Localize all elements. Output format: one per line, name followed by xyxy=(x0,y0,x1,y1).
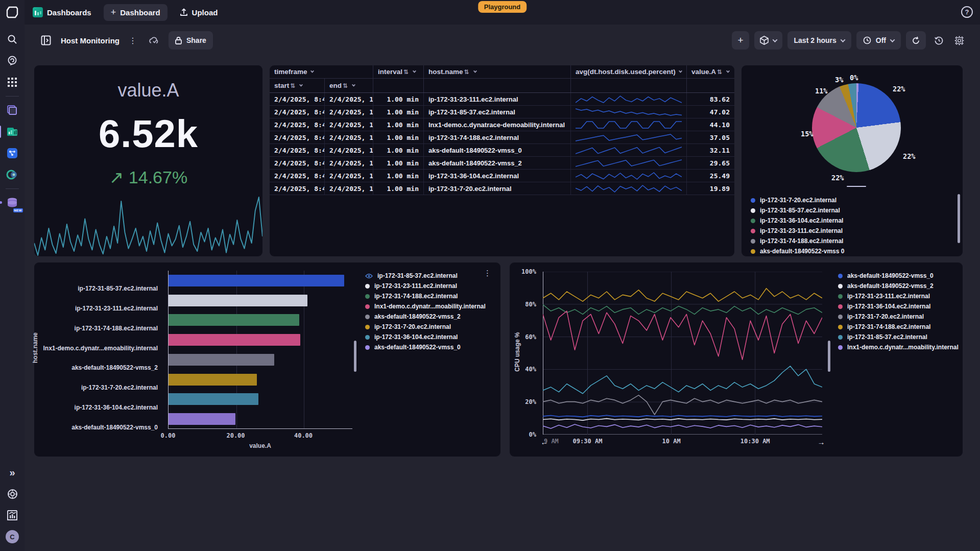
dashboard-layout-icon[interactable] xyxy=(38,33,54,48)
trend-up-icon: ↗ xyxy=(109,167,124,187)
bar-legend-item[interactable]: ip-172-31-23-111.ec2.internal xyxy=(365,281,486,291)
column-header-avg-disk[interactable]: avg(dt.host.disk.used.percent) xyxy=(571,65,687,78)
bar[interactable] xyxy=(169,393,353,405)
help-lifebuoy-icon[interactable] xyxy=(3,485,21,503)
chevron-down-icon xyxy=(352,83,355,87)
line-legend-item[interactable]: aks-default-18490522-vmss_0 xyxy=(838,271,959,281)
settings-gear-button[interactable] xyxy=(951,33,967,48)
legend-label: ip-172-31-85-37.ec2.internal xyxy=(760,207,840,214)
line-legend-item[interactable]: lnx1-demo.c.dynatr...moability.internal xyxy=(838,342,959,352)
host-pie-chart[interactable] xyxy=(812,83,901,172)
help-button[interactable]: ? xyxy=(961,6,973,18)
dashboards-app-entry[interactable]: Dashboards xyxy=(33,7,91,17)
cell-end: 2/4/2025, 1... xyxy=(325,106,373,118)
dynatrace-dashboard-window: NEW » C Dashboards + Dashboard Upload Pl… xyxy=(0,0,980,551)
bar[interactable] xyxy=(169,295,353,306)
apps-grid-icon[interactable] xyxy=(3,73,21,91)
line-legend-item[interactable]: ip-172-31-23-111.ec2.internal xyxy=(838,291,959,301)
chevron-down-icon xyxy=(299,83,303,87)
table-row[interactable]: 2/4/2025, 8:4...2/4/2025, 1...1.00 minip… xyxy=(270,170,734,182)
sidebar-item-infrastructure[interactable] xyxy=(3,101,21,119)
single-value-tile[interactable]: value.A 6.52k ↗ 14.67% xyxy=(34,65,262,256)
tile-menu-button[interactable]: ⋮ xyxy=(484,269,491,278)
legend-label: aks-default-18490522-vmss_2 xyxy=(847,282,934,290)
pie-legend-item[interactable]: ip-172-31-74-188.ec2.internal xyxy=(751,236,947,246)
sidebar-item-clouds[interactable] xyxy=(3,165,21,184)
tab-dashboard[interactable]: + Dashboard xyxy=(104,4,168,21)
usage-chart-icon[interactable] xyxy=(3,506,21,524)
legend-label: aks-default-18490522-vmss_2 xyxy=(374,313,461,320)
cell-start: 2/4/2025, 8:4... xyxy=(270,106,325,118)
copilot-icon[interactable] xyxy=(3,52,21,70)
dynatrace-logo[interactable] xyxy=(0,0,25,25)
bar[interactable] xyxy=(169,374,353,386)
search-icon[interactable] xyxy=(3,30,21,49)
plot-scrollbar[interactable] xyxy=(354,341,356,372)
share-button[interactable]: Share xyxy=(169,31,213,50)
column-header-interval[interactable]: interval⇅ xyxy=(373,65,424,78)
add-tile-button[interactable]: + xyxy=(732,31,749,50)
pan-right-arrow[interactable]: → xyxy=(816,437,826,447)
pie-legend-item[interactable]: ip-172-31-7-20.ec2.internal xyxy=(751,195,947,205)
bar[interactable] xyxy=(169,275,353,286)
pie-legend-item[interactable]: ip-172-31-36-104.ec2.internal xyxy=(751,215,947,226)
cell-value: 29.65 xyxy=(687,157,734,169)
column-header-value[interactable]: value.A⇅ xyxy=(687,65,734,78)
dashboard-toolbar: Host Monitoring ⋮ Share + Last 2 hours xyxy=(25,25,980,56)
sidebar-item-dashboards[interactable] xyxy=(3,123,21,141)
legend-label: ip-172-31-74-188.ec2.internal xyxy=(760,237,843,245)
cpu-line-chart-plot[interactable] xyxy=(543,272,822,435)
column-header-end[interactable]: end⇅ xyxy=(325,79,373,92)
variables-cube-button[interactable] xyxy=(754,31,782,50)
chevron-down-icon xyxy=(890,37,895,42)
upload-button[interactable]: Upload xyxy=(180,8,218,17)
plot-scrollbar[interactable] xyxy=(828,341,830,372)
dashboard-menu-button[interactable]: ⋮ xyxy=(127,36,139,45)
line-legend-item[interactable]: aks-default-18490522-vmss_2 xyxy=(838,281,959,291)
bar[interactable] xyxy=(169,314,353,326)
legend-label: ip-172-31-74-188.ec2.internal xyxy=(847,323,930,330)
expand-sidebar-button[interactable]: » xyxy=(3,463,21,482)
table-row[interactable]: 2/4/2025, 8:4...2/4/2025, 1...1.00 minln… xyxy=(270,118,734,131)
history-button[interactable] xyxy=(931,33,946,48)
line-legend-item[interactable]: ip-172-31-85-37.ec2.internal xyxy=(838,332,959,342)
column-header-start[interactable]: start⇅ xyxy=(270,79,325,92)
pie-hover-underline xyxy=(847,186,866,187)
table-row[interactable]: 2/4/2025, 8:4...2/4/2025, 1...1.00 minak… xyxy=(270,144,734,157)
table-row[interactable]: 2/4/2025, 8:4...2/4/2025, 1...1.00 minak… xyxy=(270,157,734,170)
bar-legend-item[interactable]: ip-172-31-36-104.ec2.internal xyxy=(365,332,486,342)
bar-legend-item[interactable]: aks-default-18490522-vmss_2 xyxy=(365,312,486,322)
bar-legend-item[interactable]: ip-172-31-74-188.ec2.internal xyxy=(365,291,486,301)
bar[interactable] xyxy=(169,354,353,366)
sidebar-item-workflows[interactable] xyxy=(3,144,21,162)
line-legend-item[interactable]: ip-172-31-7-20.ec2.internal xyxy=(838,312,959,322)
bar-legend-item[interactable]: aks-default-18490522-vmss_0 xyxy=(365,342,486,352)
auto-refresh-selector[interactable]: Off xyxy=(856,31,901,50)
column-header-host[interactable]: host.name⇅ xyxy=(424,65,571,78)
bar-legend-item[interactable]: lnx1-demo.c.dynatr...moability.internal xyxy=(365,301,486,312)
table-row[interactable]: 2/4/2025, 8:4...2/4/2025, 1...1.00 minip… xyxy=(270,93,734,106)
sync-cloud-icon[interactable] xyxy=(146,33,161,48)
timeframe-selector[interactable]: Last 2 hours xyxy=(787,31,851,50)
legend-scrollbar[interactable] xyxy=(958,194,960,243)
refresh-button[interactable] xyxy=(906,31,926,50)
pie-legend-item[interactable]: aks-default-18490522-vmss 0 xyxy=(751,246,947,256)
bar-legend-item[interactable]: ip-172-31-7-20.ec2.internal xyxy=(365,322,486,332)
column-header-timeframe[interactable]: timeframe xyxy=(270,65,373,78)
bar-chart-plot[interactable] xyxy=(168,271,352,429)
legend-dot xyxy=(365,284,370,289)
table-row[interactable]: 2/4/2025, 8:4...2/4/2025, 1...1.00 minip… xyxy=(270,106,734,118)
table-row[interactable]: 2/4/2025, 8:4...2/4/2025, 1...1.00 minip… xyxy=(270,182,734,195)
bar[interactable] xyxy=(169,334,353,346)
line-legend-item[interactable]: ip-172-31-36-104.ec2.internal xyxy=(838,301,959,312)
bar[interactable] xyxy=(169,413,353,425)
legend-dot xyxy=(751,249,755,254)
table-row[interactable]: 2/4/2025, 8:4...2/4/2025, 1...1.00 minip… xyxy=(270,131,734,144)
pie-legend-item[interactable]: ip-172-31-85-37.ec2.internal xyxy=(751,205,947,215)
pan-left-arrow[interactable]: ← xyxy=(539,437,549,447)
bar-legend-item[interactable]: ip-172-31-85-37.ec2.internal xyxy=(365,271,486,281)
pie-legend-item[interactable]: ip-172-31-23-111.ec2.internal xyxy=(751,226,947,236)
sidebar-item-storage[interactable]: NEW xyxy=(3,194,21,212)
user-avatar[interactable]: C xyxy=(3,528,21,546)
line-legend-item[interactable]: ip-172-31-74-188.ec2.internal xyxy=(838,322,959,332)
